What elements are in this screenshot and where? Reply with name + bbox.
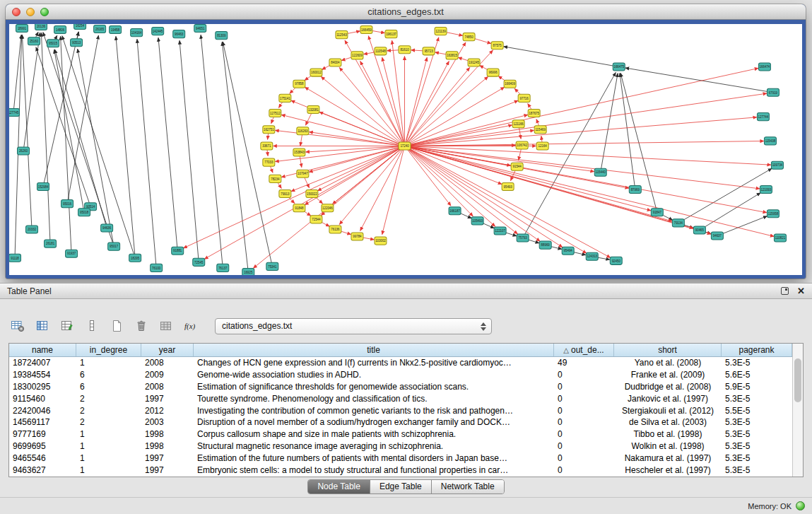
graph-node[interactable]: 72545 [193,258,205,266]
graph-node[interactable]: 79913 [279,189,291,197]
show-columns-icon[interactable] [33,317,52,334]
graph-node[interactable]: 142445 [152,28,164,35]
graph-node[interactable]: 95723 [423,47,435,55]
graph-edge[interactable] [223,42,272,267]
graph-node[interactable]: 18295 [129,254,141,262]
graph-node[interactable]: 127744 [757,113,769,121]
table-row[interactable]: 946362711997Embryonic stem cells: a mode… [9,464,792,476]
graph-edge[interactable] [317,146,404,190]
graph-node[interactable]: 72544 [310,216,322,223]
graph-node[interactable]: 26181 [45,240,57,247]
window-titlebar[interactable]: citations_edges.txt [6,4,806,20]
graph-node[interactable]: 91937 [66,250,78,257]
graph-edge[interactable] [404,146,651,210]
graph-node[interactable]: 81610 [399,46,411,54]
graph-node[interactable]: 81309 [216,32,228,40]
graph-node[interactable]: 91848 [293,204,305,212]
graph-node[interactable]: 18991 [16,25,28,33]
graph-node[interactable]: 116263 [297,127,309,135]
tab-node-table[interactable]: Node Table [308,480,370,493]
table-scrollbar[interactable] [792,344,803,477]
delete-table-icon[interactable] [132,317,151,334]
graph-node[interactable]: 75341 [266,262,278,270]
graph-node[interactable]: 95015 [47,40,59,47]
graph-node[interactable]: 187675 [528,110,540,117]
graph-node[interactable]: 163815 [446,52,458,59]
graph-node[interactable]: 124313 [586,252,598,260]
graph-node[interactable]: 95493 [502,182,514,190]
graph-node[interactable]: 19458 [110,26,122,34]
table-row[interactable]: 1456911722003Disruption of a novel membe… [9,416,792,428]
graph-node[interactable]: 92450 [610,257,622,264]
function-builder-icon[interactable]: f(x) [182,317,200,334]
graph-node[interactable]: 105493 [471,217,483,225]
graph-node[interactable]: 76100 [151,264,163,271]
graph-edge[interactable] [404,146,774,236]
graph-node[interactable]: 95494 [562,247,574,255]
graph-node[interactable]: 122609 [351,52,363,59]
graph-edge[interactable] [404,146,760,188]
close-panel-icon[interactable]: ✕ [797,286,805,296]
close-window-button[interactable] [12,8,20,16]
graph-edge[interactable] [116,36,135,258]
graph-node[interactable]: 115958 [767,210,779,218]
graph-node[interactable]: 153843 [293,148,305,156]
graph-edge[interactable] [404,146,610,257]
graph-node[interactable]: 121139 [435,28,447,35]
graph-node[interactable]: 122107 [494,227,506,235]
graph-node[interactable]: 95017 [108,243,120,250]
column-header-year[interactable]: year [141,344,194,356]
graph-edge[interactable] [523,72,616,238]
graph-node[interactable]: 16254 [74,24,86,30]
graph-edge[interactable] [183,146,404,248]
float-panel-icon[interactable] [781,287,789,295]
graph-node[interactable]: 191245 [468,59,480,66]
graph-edge[interactable] [625,68,773,93]
graph-node[interactable]: 94651 [194,25,206,33]
table-row[interactable]: 911546021997Tourette syndrome. Phenomeno… [9,392,792,404]
graph-edge[interactable] [78,49,114,247]
table-row[interactable]: 2242004622012Investigating the contribut… [9,404,792,416]
graph-node[interactable]: 20332 [26,226,38,233]
table-row[interactable]: 1872400712008Changes of HCN gene express… [9,357,792,369]
graph-node[interactable]: 91847 [651,209,663,216]
graph-edge[interactable] [404,68,758,146]
graph-edge[interactable] [404,93,767,146]
graph-node[interactable]: 26165 [94,25,106,33]
graph-node[interactable]: 115469 [534,126,546,134]
graph-node[interactable]: 96463 [173,30,185,38]
graph-node[interactable]: 152984 [37,182,49,190]
graph-node[interactable]: 91544 [511,163,523,170]
graph-node[interactable]: 112543 [336,31,348,39]
graph-node[interactable]: 103002 [375,237,387,245]
graph-node[interactable]: 75793 [517,234,529,242]
graph-node[interactable]: 196137 [385,30,397,38]
graph-node[interactable]: 166187 [449,207,461,215]
zoom-window-button[interactable] [40,8,49,16]
graph-edge[interactable] [43,32,78,187]
graph-node[interactable]: 132081 [307,105,319,113]
graph-edge[interactable] [404,61,449,146]
graph-edge[interactable] [158,37,177,251]
graph-node[interactable]: 160012 [310,69,322,76]
graph-node[interactable]: 87969 [629,185,641,193]
graph-node[interactable]: 122046 [322,204,334,212]
tab-edge-table[interactable]: Edge Table [370,480,432,493]
graph-node[interactable]: 115440 [594,168,606,176]
graph-node[interactable]: 121093 [760,185,772,193]
table-row[interactable]: 977716911998Corpus callosum shape and si… [9,428,792,440]
graph-edge[interactable] [62,36,135,258]
tab-network-table[interactable]: Network Table [432,480,504,493]
graph-node[interactable]: 166459 [360,26,372,34]
graph-edge[interactable] [404,146,586,253]
graph-node[interactable]: 78234 [269,175,281,182]
graph-node[interactable]: 95016 [61,200,73,208]
table-selector-dropdown[interactable]: citations_edges.txt [215,318,492,334]
graph-node[interactable]: 166474 [758,63,770,71]
graph-node[interactable]: 90465 [693,226,705,234]
graph-node[interactable]: 110548 [375,47,387,55]
graph-node[interactable]: 96996 [487,69,499,76]
column-header-short[interactable]: short [614,344,722,356]
graph-edge[interactable] [22,35,32,229]
graph-node[interactable]: 76136 [329,226,341,233]
